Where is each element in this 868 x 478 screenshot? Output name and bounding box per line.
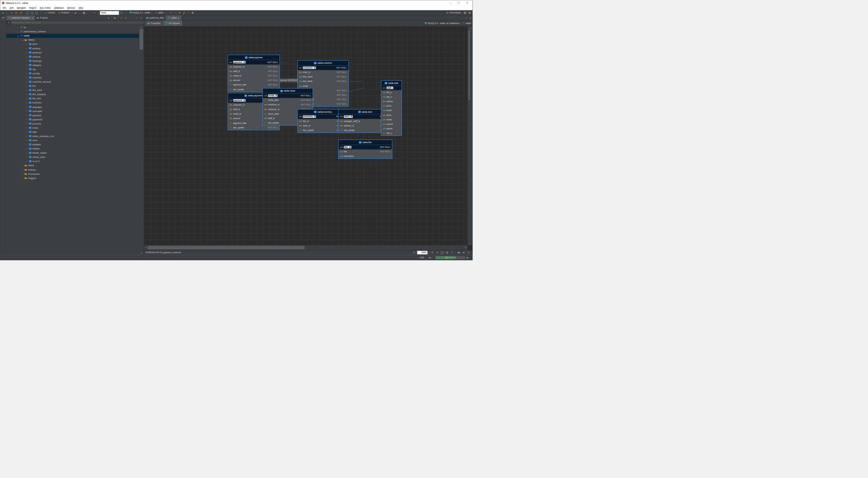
expand-icon[interactable]: ▷ [25, 60, 28, 62]
expand-icon[interactable]: ▷ [25, 68, 28, 70]
er-table-film[interactable]: sakila.film 123 film_id NOT NULL ABC tit… [338, 140, 393, 159]
connection-combo[interactable]: 🐬MySQL 8.x - sakila▾ [128, 11, 153, 15]
tree-row[interactable]: ▷ actor [6, 42, 144, 46]
tree-row[interactable]: ▷ inventory [6, 100, 144, 105]
nav-restore-icon[interactable]: ▭ [139, 16, 143, 20]
tree-row[interactable]: ▷ staff [6, 130, 144, 134]
bc-schema[interactable]: sakila [463, 22, 471, 25]
tree-row[interactable]: ▷ performance_schema [6, 29, 144, 34]
refresh-icon[interactable] [450, 250, 454, 255]
diagram-hscrollbar[interactable]: ◂▸ [144, 245, 468, 250]
expand-icon[interactable]: ▷ [25, 102, 28, 104]
tree-row[interactable]: ▷ status_producao_mxt [6, 134, 144, 138]
expand-icon[interactable]: ▷ [25, 118, 28, 120]
tree-row[interactable]: ▷ film_actor [6, 88, 144, 92]
er-table-header[interactable]: sakila.payment [228, 55, 279, 60]
disconnect-icon[interactable] [14, 10, 18, 15]
expand-icon[interactable]: ▷ [25, 56, 28, 58]
export-icon[interactable] [93, 10, 98, 15]
tree-row[interactable]: ▷ film_text [6, 96, 144, 100]
close-icon[interactable]: × [32, 16, 33, 19]
zoom-chevron-icon[interactable]: ▾ [429, 252, 430, 253]
er-column[interactable]: ⏱ last_update NOT NULL [228, 125, 279, 130]
tree-row[interactable]: ▷ bitstrings [6, 59, 144, 63]
expand-icon[interactable]: ▷ [21, 169, 24, 171]
tree-row[interactable]: ▷ store [6, 138, 144, 143]
navigator-filter-input[interactable] [11, 21, 144, 25]
er-column[interactable]: 123 customer_id NOT NULL [298, 66, 348, 70]
tree-row[interactable]: ▷ customer_account [6, 80, 144, 84]
nav-minimize-icon[interactable]: ─ [134, 16, 138, 20]
tree-row[interactable]: ▷ lm [6, 25, 144, 29]
revert-icon[interactable] [87, 10, 91, 15]
perspective-icon[interactable] [463, 10, 467, 15]
connect-icon[interactable] [9, 10, 13, 15]
er-table-header[interactable]: sakila.film [339, 140, 392, 145]
nav-menu-icon[interactable]: ⋮ [130, 16, 134, 20]
er-column[interactable]: ABC last_n [381, 95, 401, 99]
er-column[interactable]: ⏱ last_u [381, 131, 401, 136]
tree-row[interactable]: ▷ virtual_users [6, 155, 144, 159]
er-column[interactable]: 123 staff_i [381, 86, 401, 90]
tree-row[interactable]: ▷ category [6, 63, 144, 67]
menu-window[interactable]: Window [66, 6, 76, 9]
er-table-header[interactable]: sakila.customer [298, 61, 348, 65]
er-column[interactable]: ABC first_name NOT NULL [298, 74, 348, 79]
er-canvas[interactable]: fk_payment_customer [FOREIGN KEY] sakila… [144, 26, 468, 245]
save-icon[interactable] [82, 10, 86, 15]
tree-row[interactable]: ▷ city [6, 67, 144, 71]
expand-icon[interactable]: ▷ [25, 156, 28, 158]
er-column[interactable]: ABC email [381, 108, 401, 113]
expand-icon[interactable]: ▷ [21, 173, 24, 175]
expand-icon[interactable]: ▷ [25, 139, 28, 141]
tree-row[interactable]: ▷ rental [6, 126, 144, 130]
tree-row[interactable]: ▷ Indexes [6, 168, 144, 172]
tx-lock-icon[interactable] [73, 10, 78, 15]
expand-icon[interactable]: ▷ [21, 177, 24, 179]
editor-minimize-icon[interactable]: ─ [464, 16, 468, 20]
nav-folder-icon[interactable] [113, 16, 117, 20]
subtab-properties[interactable]: Properties [145, 21, 162, 26]
invalidate-icon[interactable] [19, 10, 23, 15]
expand-icon[interactable]: ▷ [25, 160, 28, 162]
nav-arrow-left-icon[interactable] [119, 16, 123, 20]
expand-icon[interactable]: ▷ [17, 26, 19, 28]
tree-row[interactable]: ▷ film [6, 84, 144, 88]
er-column[interactable]: 123 store_ [381, 113, 401, 117]
zoom-in-icon[interactable] [431, 250, 435, 255]
zoom-input[interactable] [417, 251, 428, 254]
er-column[interactable]: 123 amount NOT NULL [228, 78, 279, 83]
er-column[interactable]: 123 payment_id NOT NULL [228, 60, 279, 64]
expand-icon[interactable]: ▷ [25, 85, 28, 87]
config-icon[interactable] [177, 10, 182, 15]
tag-icon[interactable] [191, 10, 195, 15]
er-column[interactable]: ABC email [298, 84, 348, 88]
er-column[interactable]: 123 inventory_id NOT NULL [263, 102, 313, 107]
expand-icon[interactable]: ▷ [25, 89, 28, 91]
new-connection-icon[interactable] [1, 10, 5, 15]
er-column[interactable]: 123 rental_id NOT NULL [228, 73, 279, 78]
er-column[interactable]: 123 film_id NOT NULL [339, 145, 392, 149]
minimize-button[interactable]: ─ [446, 0, 454, 6]
er-table-header[interactable]: sakila.rental [263, 89, 313, 93]
rollback-button[interactable]: Rollback [57, 10, 71, 15]
er-column[interactable]: ABC userna [381, 122, 401, 126]
expand-icon[interactable]: ▷ [25, 64, 28, 66]
transaction-chevron-icon[interactable]: ▾ [72, 12, 73, 13]
expand-icon[interactable]: ▷ [25, 152, 28, 154]
expand-icon[interactable]: ▷ [25, 48, 28, 49]
tree-row[interactable]: ▷ xx zz 3 [6, 159, 144, 163]
bc-connection[interactable]: 🐬MySQL 8.x - sakila [425, 22, 445, 25]
expand-icon[interactable]: ▷ [25, 110, 28, 112]
tree-row[interactable]: ▷ adresse [6, 54, 144, 59]
menu-file[interactable]: File [1, 6, 8, 9]
tree-row[interactable]: ▷ language [6, 105, 144, 109]
er-column[interactable]: 123 customer_id NOT NULL [228, 64, 279, 69]
er-column[interactable]: 123 rental_id NOT NULL [263, 93, 313, 98]
grid-icon[interactable] [445, 250, 450, 255]
menu-search[interactable]: Search [28, 6, 38, 9]
er-column[interactable]: ABC last_name NOT NULL [298, 79, 348, 84]
close-button[interactable]: ✕ [463, 0, 471, 6]
expand-icon[interactable]: ▷ [25, 77, 28, 79]
tree-row[interactable]: ▷ testtable [6, 143, 144, 147]
